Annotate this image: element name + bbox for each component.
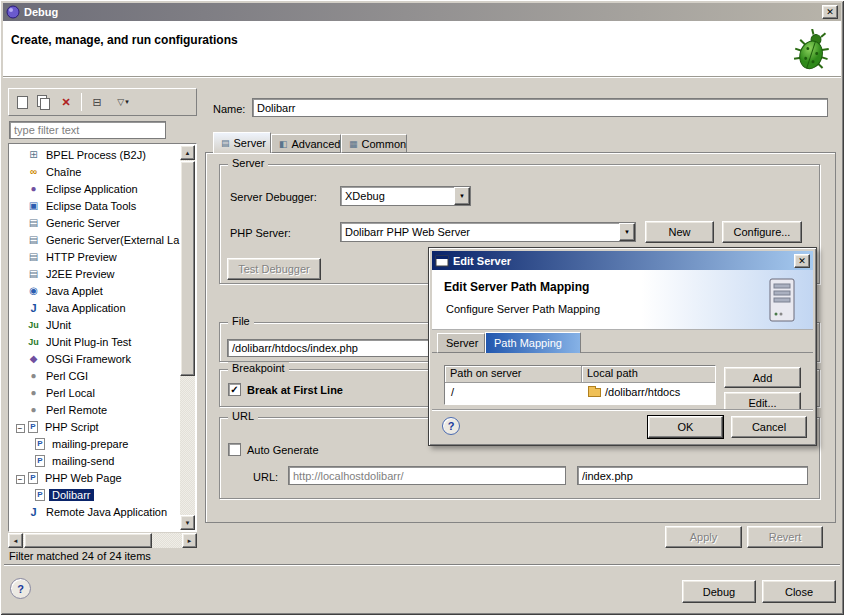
tree-item-label: Generic Server (43, 217, 123, 229)
tree-horizontal-scrollbar[interactable]: ◄ ► (8, 533, 197, 548)
dialog-window-icon (435, 254, 449, 268)
chain-icon: ∞ (27, 166, 40, 177)
tree-item[interactable]: ◉Java Applet (10, 282, 180, 299)
file-group-label: File (228, 315, 254, 327)
filter-input[interactable] (9, 121, 166, 139)
tree-item-label: OSGi Framework (43, 353, 134, 365)
auto-generate-label: Auto Generate (247, 444, 319, 456)
php-file-icon: P (35, 438, 45, 450)
duplicate-configuration-icon[interactable] (34, 92, 54, 112)
break-at-first-line-label: Break at First Line (247, 384, 343, 396)
server-group-label: Server (228, 157, 268, 169)
dialog-close-icon[interactable]: ✕ (794, 254, 810, 268)
window-titlebar[interactable]: Debug ✕ (3, 3, 841, 21)
scroll-down-icon[interactable]: ▼ (180, 515, 195, 530)
tree-item[interactable]: JJava Application (10, 299, 180, 316)
eclipse-application-icon: ● (27, 183, 40, 194)
dialog-help-icon[interactable]: ? (442, 417, 460, 435)
server-icon: ▤ (27, 234, 40, 245)
collapse-all-icon[interactable]: ⊟ (87, 92, 107, 112)
scroll-up-icon[interactable]: ▲ (180, 145, 195, 160)
close-icon[interactable]: ✕ (822, 5, 838, 19)
ok-button[interactable]: OK (648, 416, 723, 438)
tree-item[interactable]: ▤Generic Server (10, 214, 180, 231)
tree-item[interactable]: ●Perl CGI (10, 367, 180, 384)
tree-item[interactable]: ▤Generic Server(External La (10, 231, 180, 248)
collapse-node-icon[interactable]: − (16, 424, 25, 433)
tree-item[interactable]: ◆OSGi Framework (10, 350, 180, 367)
scroll-right-icon[interactable]: ► (182, 533, 197, 548)
server-debugger-select[interactable]: XDebug ▼ (340, 186, 471, 206)
filter-icon[interactable]: ▽ ▾ (109, 92, 137, 112)
table-cell-local-path[interactable]: /dolibarr/htdocs (582, 383, 717, 401)
tree-item-label: PHP Web Page (42, 472, 125, 484)
scrollbar-thumb[interactable] (180, 161, 195, 376)
configure-button[interactable]: Configure... (722, 221, 802, 243)
help-icon[interactable]: ? (10, 578, 31, 599)
url-base-input[interactable] (288, 466, 566, 485)
delete-configuration-icon[interactable]: ✕ (56, 92, 76, 112)
tree-item[interactable]: ●Perl Remote (10, 401, 180, 418)
column-header-local-path[interactable]: Local path (582, 366, 715, 383)
server-debugger-value: XDebug (341, 190, 454, 202)
tree-item-label: J2EE Preview (43, 268, 117, 280)
table-cell-server-path[interactable]: / (445, 383, 582, 401)
test-debugger-button[interactable]: Test Debugger (227, 258, 321, 280)
tree-item-label: Remote Java Application (43, 506, 170, 518)
dialog-tab-path-mapping[interactable]: Path Mapping (485, 332, 581, 353)
server-image (765, 276, 799, 324)
auto-generate-checkbox[interactable] (228, 443, 241, 456)
tree-item-label: HTTP Preview (43, 251, 120, 263)
path-mapping-table: Path on server Local path / /dolibarr/ht… (444, 365, 716, 405)
tree-item[interactable]: −PPHP Web Page (10, 469, 180, 486)
tree-item[interactable]: ⊞BPEL Process (B2J) (10, 146, 180, 163)
cancel-button[interactable]: Cancel (731, 416, 807, 438)
tree-item[interactable]: −PPHP Script (10, 418, 180, 435)
tree-item[interactable]: ●Perl Local (10, 384, 180, 401)
tree-item[interactable]: Pmailing-prepare (10, 435, 180, 452)
filter-match-status: Filter matched 24 of 24 items (9, 550, 151, 562)
tree-item[interactable]: ▤HTTP Preview (10, 248, 180, 265)
tree-item-label: Java Application (43, 302, 129, 314)
collapse-node-icon[interactable]: − (16, 475, 25, 484)
tree-item[interactable]: ∞Chaîne (10, 163, 180, 180)
dialog-titlebar[interactable]: Edit Server ✕ (432, 251, 813, 270)
scrollbar-thumb[interactable] (24, 533, 152, 548)
dialog-tab-server[interactable]: Server (437, 333, 485, 353)
new-server-button[interactable]: New (645, 221, 714, 243)
revert-button[interactable]: Revert (747, 526, 823, 548)
tree-item-label: JUnit Plug-in Test (43, 336, 134, 348)
php-web-page-icon: P (28, 472, 38, 484)
tree-item[interactable]: JuJUnit Plug-in Test (10, 333, 180, 350)
dialog-header-title: Edit Server Path Mapping (444, 280, 589, 294)
break-at-first-line-checkbox[interactable]: ✓ (228, 383, 241, 396)
php-server-label: PHP Server: (230, 227, 291, 239)
tree-item[interactable]: Pmailing-send (10, 452, 180, 469)
java-applet-icon: ◉ (27, 285, 40, 296)
chevron-down-icon[interactable]: ▼ (454, 187, 470, 205)
close-button[interactable]: Close (762, 580, 836, 603)
new-configuration-icon[interactable] (12, 92, 32, 112)
chevron-down-icon[interactable]: ▼ (619, 223, 635, 241)
tree-item[interactable]: ▤J2EE Preview (10, 265, 180, 282)
php-script-icon: P (28, 421, 38, 433)
tree-item[interactable]: ●Eclipse Application (10, 180, 180, 197)
php-server-select[interactable]: Dolibarr PHP Web Server ▼ (340, 222, 636, 242)
tree-item[interactable]: JuJUnit (10, 316, 180, 333)
apply-button[interactable]: Apply (665, 526, 742, 548)
bpel-icon: ⊞ (27, 149, 40, 160)
tab-server[interactable]: ▤ Server (213, 132, 271, 153)
column-header-path-on-server[interactable]: Path on server (445, 366, 582, 383)
tree-item[interactable]: JRemote Java Application (10, 503, 180, 520)
name-input[interactable] (252, 98, 828, 117)
add-mapping-button[interactable]: Add (724, 367, 801, 388)
tree-item-selected[interactable]: PDolibarr (10, 486, 180, 503)
debug-button[interactable]: Debug (682, 580, 756, 603)
tab-common[interactable]: ▦ Common (341, 134, 407, 153)
scroll-left-icon[interactable]: ◄ (8, 533, 23, 548)
tree-item[interactable]: ▣Eclipse Data Tools (10, 197, 180, 214)
tab-advanced[interactable]: ◧ Advanced (271, 134, 341, 153)
url-path-input[interactable] (577, 466, 808, 485)
tree-vertical-scrollbar[interactable]: ▲ ▼ (180, 145, 195, 530)
tab-label: Common (362, 138, 407, 150)
